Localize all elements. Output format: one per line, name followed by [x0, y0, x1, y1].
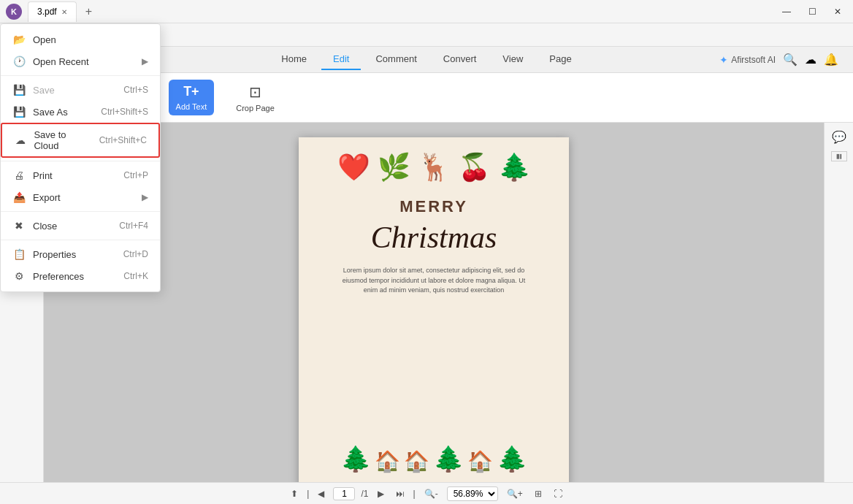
- divider-2: |: [413, 489, 416, 499]
- app-tab[interactable]: 3.pdf ✕: [28, 1, 77, 22]
- preferences-label: Preferences: [33, 271, 84, 282]
- open-recent-icon: 🕐: [12, 56, 26, 67]
- tab-convert[interactable]: Convert: [432, 49, 489, 70]
- pdf-page: ❤️ 🌿 🦌 🍒 🌲 MERRY Christmas Lorem ipsum d…: [299, 137, 569, 482]
- properties-menu-item[interactable]: 📋 Properties Ctrl+D: [1, 243, 160, 265]
- minimize-button[interactable]: —: [776, 4, 797, 20]
- file-dropdown-overlay: 📂 Open 🕐 Open Recent ▶ 💾 Save Ctrl+S 💾 S…: [0, 23, 161, 292]
- chat-icon[interactable]: 💬: [832, 130, 846, 144]
- zoom-out-button[interactable]: 🔍-: [421, 487, 441, 500]
- tab-view[interactable]: View: [491, 49, 535, 70]
- open-recent-menu-item[interactable]: 🕐 Open Recent ▶: [1, 50, 160, 72]
- ai-label: Afirstsoft AI: [731, 55, 776, 65]
- prev-page-button[interactable]: ◀: [315, 487, 327, 500]
- crop-page-tool[interactable]: ⊡ Crop Page: [229, 79, 282, 117]
- close-button[interactable]: ✕: [828, 4, 847, 20]
- preferences-menu-item[interactable]: ⚙ Preferences Ctrl+K: [1, 265, 160, 287]
- properties-shortcut: Ctrl+D: [123, 249, 148, 259]
- status-bar: ⬆ | ◀ /1 ▶ ⏭ | 🔍- 56.89% 50% 75% 100% 12…: [0, 482, 853, 504]
- tab-edit[interactable]: Edit: [321, 49, 361, 70]
- village-house-1: 🏠: [375, 449, 400, 473]
- fullscreen-button[interactable]: ⛶: [551, 487, 565, 500]
- export-arrow: ▶: [142, 192, 148, 202]
- close-menu-item[interactable]: ✖ Close Ctrl+F4: [1, 215, 160, 237]
- save-as-shortcut: Ctrl+Shift+S: [101, 107, 148, 117]
- properties-icon: 📋: [12, 248, 26, 260]
- maximize-button[interactable]: ☐: [803, 4, 822, 20]
- pdf-area: ❤️ 🌿 🦌 🍒 🌲 MERRY Christmas Lorem ipsum d…: [44, 123, 824, 482]
- village-house-3: 🏠: [467, 449, 493, 473]
- go-to-last-page-button[interactable]: ⏭: [393, 487, 408, 500]
- file-dropdown-menu: 📂 Open 🕐 Open Recent ▶ 💾 Save Ctrl+S 💾 S…: [0, 23, 161, 292]
- title-bar-left: K 3.pdf ✕ +: [6, 1, 92, 22]
- zoom-in-button[interactable]: 🔍+: [504, 487, 526, 500]
- tab-close-icon[interactable]: ✕: [61, 8, 67, 16]
- avatar: K: [6, 4, 22, 20]
- lorem-text: Lorem ipsum dolor sit amet, consectetur …: [339, 266, 529, 296]
- decoration-heart: ❤️: [337, 152, 370, 183]
- pdf-decorations: ❤️ 🌿 🦌 🍒 🌲: [313, 152, 554, 183]
- next-page-button[interactable]: ▶: [375, 487, 387, 500]
- close-label: Close: [33, 221, 57, 232]
- village-tree-2: 🌲: [433, 444, 464, 473]
- ai-badge[interactable]: ✦ Afirstsoft AI: [719, 54, 776, 66]
- right-sidebar: 💬 ≡: [824, 123, 853, 482]
- nav-right: ✦ Afirstsoft AI 🔍 ☁ 🔔: [719, 53, 838, 66]
- print-menu-item[interactable]: 🖨 Print Ctrl+P: [1, 164, 160, 186]
- decoration-berries: 🍒: [458, 152, 491, 183]
- export-label: Export: [33, 192, 61, 203]
- preferences-shortcut: Ctrl+K: [123, 271, 148, 281]
- status-center: ⬆ | ◀ /1 ▶ ⏭ | 🔍- 56.89% 50% 75% 100% 12…: [288, 486, 565, 501]
- village-tree-1: 🌲: [340, 444, 371, 473]
- export-menu-item[interactable]: 📤 Export ▶: [1, 186, 160, 208]
- add-text-icon: T+: [183, 84, 199, 99]
- cloud-icon[interactable]: ☁: [805, 53, 816, 66]
- save-shortcut: Ctrl+S: [123, 85, 148, 95]
- fit-width-button[interactable]: ⊞: [532, 487, 545, 500]
- save-as-menu-item[interactable]: 💾 Save As Ctrl+Shift+S: [1, 101, 160, 123]
- crop-page-label: Crop Page: [236, 104, 275, 112]
- ai-star-icon: ✦: [719, 54, 728, 66]
- divider-after-export: [1, 211, 160, 212]
- open-recent-arrow: ▶: [142, 56, 148, 66]
- divider-after-close: [1, 240, 160, 240]
- properties-label: Properties: [33, 249, 76, 260]
- page-total: /1: [361, 489, 368, 499]
- tab-page[interactable]: Page: [538, 49, 583, 70]
- page-number-input[interactable]: [333, 487, 355, 500]
- add-text-tool[interactable]: T+ Add Text: [169, 80, 215, 115]
- divider-after-save: [1, 161, 160, 161]
- open-recent-label: Open Recent: [33, 56, 89, 67]
- go-to-first-page-button[interactable]: ⬆: [288, 487, 301, 500]
- merry-text: MERRY: [399, 197, 468, 216]
- export-icon: 📤: [12, 191, 26, 203]
- tab-comment[interactable]: Comment: [364, 49, 428, 70]
- divider-after-open-recent: [1, 75, 160, 76]
- tab-home[interactable]: Home: [269, 49, 318, 70]
- save-to-cloud-label: Save to Cloud: [34, 129, 91, 151]
- save-as-icon: 💾: [12, 106, 26, 118]
- print-menu-icon: 🖨: [12, 169, 26, 181]
- zoom-select[interactable]: 56.89% 50% 75% 100% 125% 150%: [447, 486, 498, 501]
- comment-icon[interactable]: ≡: [831, 151, 847, 161]
- village-house-2: 🏠: [404, 449, 429, 473]
- save-label: Save: [33, 85, 55, 96]
- divider-1: |: [307, 489, 309, 499]
- decoration-pine: 🌿: [378, 152, 410, 183]
- crop-page-icon: ⊡: [249, 83, 261, 101]
- preferences-icon: ⚙: [12, 270, 26, 282]
- open-menu-item[interactable]: 📂 Open: [1, 28, 160, 50]
- christmas-text: Christmas: [371, 220, 497, 255]
- add-tab-button[interactable]: +: [85, 5, 92, 18]
- save-to-cloud-icon: ☁: [14, 134, 26, 146]
- open-label: Open: [33, 34, 56, 45]
- close-shortcut: Ctrl+F4: [119, 221, 148, 231]
- save-to-cloud-menu-item[interactable]: ☁ Save to Cloud Ctrl+Shift+C: [1, 123, 160, 158]
- save-menu-item: 💾 Save Ctrl+S: [1, 79, 160, 101]
- notification-icon[interactable]: 🔔: [824, 53, 838, 66]
- save-as-label: Save As: [33, 107, 68, 118]
- title-bar-right: — ☐ ✕: [776, 4, 847, 20]
- title-bar: K 3.pdf ✕ + — ☐ ✕: [0, 0, 853, 23]
- search-icon[interactable]: 🔍: [783, 53, 797, 66]
- close-menu-icon: ✖: [12, 220, 26, 232]
